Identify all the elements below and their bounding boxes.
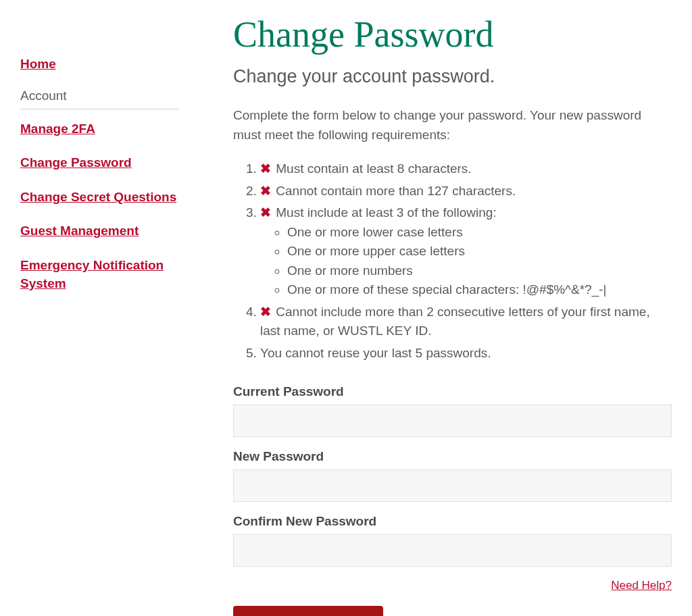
new-password-input[interactable] (233, 469, 672, 502)
current-password-input[interactable] (233, 405, 672, 437)
requirement-item: ✖ Cannot contain more than 127 character… (260, 180, 672, 203)
requirement-text: Cannot include more than 2 consecutive l… (260, 305, 650, 338)
form-group-new-password: New Password (233, 449, 672, 502)
page-subtitle: Change your account password. (233, 66, 672, 87)
requirements-list: ✖ Must contain at least 8 characters. ✖ … (233, 158, 672, 364)
sidebar-link-change-password[interactable]: Change Password (20, 146, 179, 180)
requirement-item: ✖ Must include at least 3 of the followi… (260, 202, 672, 301)
current-password-label: Current Password (233, 384, 672, 399)
requirement-item: You cannot reuse your last 5 passwords. (260, 342, 672, 365)
requirement-subitem: One or more upper case letters (287, 242, 672, 261)
sidebar-link-change-secret-questions[interactable]: Change Secret Questions (20, 180, 179, 215)
requirement-text: You cannot reuse your last 5 passwords. (260, 346, 491, 360)
need-help-link[interactable]: Need Help? (233, 579, 672, 592)
instructions-text: Complete the form below to change your p… (233, 106, 672, 145)
sidebar: Home Account Manage 2FA Change Password … (20, 14, 179, 616)
confirm-password-input[interactable] (233, 534, 672, 567)
x-mark-icon: ✖ (260, 182, 271, 201)
requirement-sublist: One or more lower case letters One or mo… (260, 223, 672, 300)
confirm-password-label: Confirm New Password (233, 514, 672, 529)
sidebar-link-manage-2fa[interactable]: Manage 2FA (20, 112, 179, 147)
requirement-item: ✖ Cannot include more than 2 consecutive… (260, 301, 672, 342)
requirement-text: Cannot contain more than 127 characters. (276, 184, 516, 198)
x-mark-icon: ✖ (260, 159, 271, 179)
requirement-text: Must include at least 3 of the following… (276, 205, 496, 220)
sidebar-link-emergency-notification[interactable]: Emergency Notification System (20, 249, 179, 301)
requirement-subitem: One or more numbers (287, 261, 672, 281)
sidebar-section-label: Account (20, 82, 179, 109)
requirement-text: Must contain at least 8 characters. (276, 161, 471, 176)
main-content: Change Password Change your account pass… (233, 14, 672, 616)
x-mark-icon: ✖ (260, 303, 271, 322)
x-mark-icon: ✖ (260, 203, 271, 223)
requirement-subitem: One or more of these special characters:… (287, 280, 672, 300)
sidebar-link-home[interactable]: Home (20, 47, 179, 82)
form-group-current-password: Current Password (233, 384, 672, 437)
sidebar-link-guest-management[interactable]: Guest Management (20, 214, 179, 249)
requirement-item: ✖ Must contain at least 8 characters. (260, 158, 672, 180)
new-password-label: New Password (233, 449, 672, 464)
requirement-subitem: One or more lower case letters (287, 223, 672, 242)
page-title: Change Password (233, 14, 672, 55)
change-password-button[interactable]: Change My Password (233, 606, 383, 616)
form-group-confirm-password: Confirm New Password (233, 514, 672, 567)
